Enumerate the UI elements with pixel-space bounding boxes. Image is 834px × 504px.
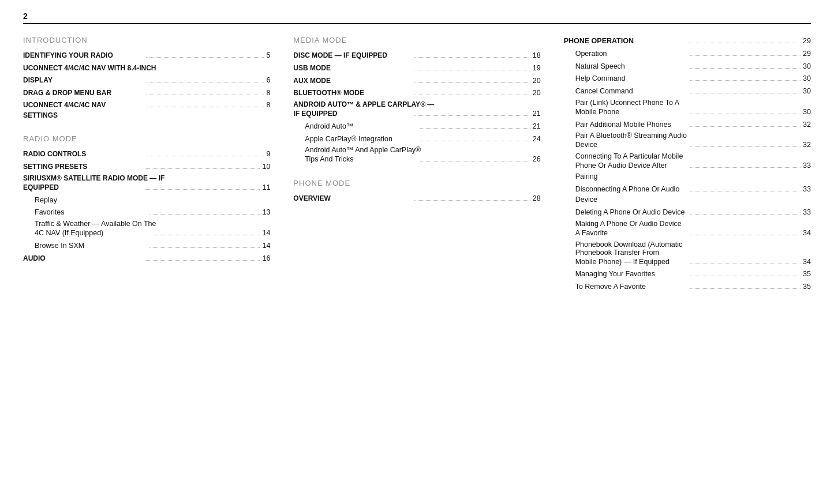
toc-drag-drop: DRAG & DROP MENU BAR 8	[23, 88, 270, 99]
middle-column: MEDIA MODE DISC MODE — IF EQUIPPED 18 US…	[293, 36, 540, 294]
toc-android-auto: ANDROID AUTO™ & APPLE CARPLAY® — IF EQUI…	[293, 100, 540, 119]
toc-bluetooth-mode: BLUETOOTH® MODE 20	[293, 88, 540, 99]
toc-operation: Operation 29	[564, 48, 811, 59]
section-radio-mode: RADIO MODE	[23, 134, 270, 143]
section-introduction: INTRODUCTION	[23, 36, 270, 44]
toc-help-command: Help Command 30	[564, 73, 811, 84]
toc-pair-additional: Pair Additional Mobile Phones 32	[564, 119, 811, 130]
toc-favorites: Favorites 13	[23, 207, 270, 218]
toc-browse-sxm: Browse In SXM 14	[23, 240, 270, 251]
toc-phonebook-download: Phonebook Download (Automatic Phonebook …	[564, 240, 811, 268]
toc-deleting: Deleting A Phone Or Audio Device 33	[564, 207, 811, 218]
toc-usb-mode: USB MODE 19	[293, 63, 540, 74]
toc-phone-operation: PHONE OPERATION 29	[564, 36, 811, 47]
toc-replay: Replay	[23, 195, 270, 206]
toc-overview: OVERVIEW 28	[293, 193, 540, 204]
toc-radio-controls: RADIO CONTROLS 9	[23, 149, 270, 160]
toc-managing-favorites: Managing Your Favorites 35	[564, 269, 811, 280]
toc-uconnect-display: UCONNECT 4/4C/4C NAV WITH 8.4-INCH DISPL…	[23, 63, 270, 86]
toc-pair-bluetooth: Pair A Bluetooth® Streaming Audio Device…	[564, 131, 811, 151]
toc-audio: AUDIO 16	[23, 253, 270, 264]
right-column: PHONE OPERATION 29 Operation 29 Natural …	[564, 36, 811, 294]
toc-natural-speech: Natural Speech 30	[564, 61, 811, 72]
toc-aux-mode: AUX MODE 20	[293, 76, 540, 86]
toc-uconnect-settings: UCONNECT 4/4C/4C NAV SETTINGS 8	[23, 100, 270, 121]
toc-apple-carplay: Apple CarPlay® Integration 24	[293, 134, 540, 145]
toc-making-favorite: Making A Phone Or Audio Device A Favorit…	[564, 220, 811, 239]
toc-disc-mode: DISC MODE — IF EQUIPPED 18	[293, 50, 540, 61]
toc-tips-tricks: Android Auto™ And Apple CarPlay® Tips An…	[293, 146, 540, 165]
toc-identifying-radio: IDENTIFYING YOUR RADIO 5	[23, 50, 270, 61]
toc-pair-uconnect: Pair (Link) Uconnect Phone To A Mobile P…	[564, 99, 811, 118]
toc-siriusxm: SIRIUSXM® SATELLITE RADIO MODE — IF EQUI…	[23, 174, 270, 193]
left-column: INTRODUCTION IDENTIFYING YOUR RADIO 5 UC…	[23, 36, 270, 294]
toc-cancel-command: Cancel Command 30	[564, 86, 811, 97]
toc-setting-presets: SETTING PRESETS 10	[23, 161, 270, 172]
toc-disconnecting: Disconnecting A Phone Or Audio Device 33	[564, 184, 811, 206]
page-number: 2	[23, 12, 811, 21]
toc-remove-favorite: To Remove A Favorite 35	[564, 281, 811, 292]
section-phone-mode: PHONE MODE	[293, 179, 540, 187]
toc-connecting-particular: Connecting To A Particular Mobile Phone …	[564, 152, 811, 182]
section-media-mode: MEDIA MODE	[293, 36, 540, 44]
toc-android-auto-entry: Android Auto™ 21	[293, 121, 540, 132]
toc-traffic-weather: Traffic & Weather — Available On The 4C …	[23, 220, 270, 239]
